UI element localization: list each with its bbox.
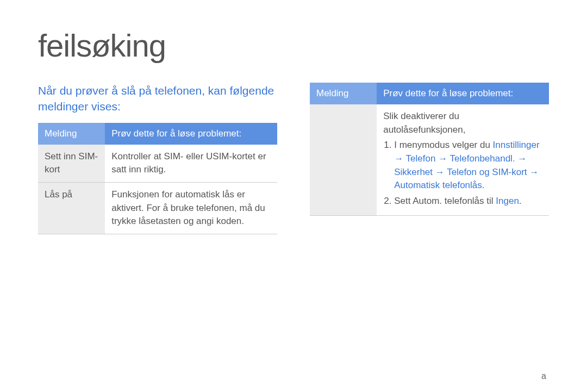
- left-column: Når du prøver å slå på telefonen, kan fø…: [38, 83, 277, 234]
- left-th-msg: Melding: [38, 123, 105, 145]
- list-item: I menymodus velger du Innstillinger → Te…: [394, 139, 542, 192]
- right-th-msg: Melding: [310, 83, 377, 104]
- columns-wrapper: Når du prøver å slå på telefonen, kan fø…: [38, 83, 549, 234]
- page-title: feilsøking: [38, 27, 549, 64]
- page-marker: a: [541, 371, 546, 381]
- step1-prefix: I menymodus velger du: [394, 140, 492, 150]
- left-th-sol: Prøv dette for å løse problemet:: [105, 123, 277, 145]
- table-row: Sett inn SIM-kort Kontroller at SIM- ell…: [38, 145, 277, 183]
- right-row-intro: Slik deaktiverer du autolåsefunksjonen,: [383, 111, 465, 135]
- step2-suffix: .: [519, 196, 522, 206]
- left-table: Melding Prøv dette for å løse problemet:…: [38, 123, 277, 234]
- right-row-msg: [310, 104, 377, 216]
- list-item: Sett Autom. telefonlås til Ingen.: [394, 195, 542, 208]
- right-column: Melding Prøv dette for å løse problemet:…: [310, 83, 549, 234]
- left-row1-sol: Funksjonen for automatisk lås er aktiver…: [105, 183, 277, 234]
- right-row-sol: Slik deaktiverer du autolåsefunksjonen, …: [377, 104, 549, 216]
- left-row1-msg: Lås på: [38, 183, 105, 234]
- step2-link: Ingen: [496, 196, 519, 206]
- table-row: Lås på Funksjonen for automatisk lås er …: [38, 183, 277, 234]
- step2-prefix: Sett Autom. telefonlås til: [394, 196, 496, 206]
- right-th-sol: Prøv dette for å løse problemet:: [377, 83, 549, 104]
- table-header-row: Melding Prøv dette for å løse problemet:: [38, 123, 277, 145]
- left-section-heading: Når du prøver å slå på telefonen, kan fø…: [38, 83, 277, 115]
- right-steps-list: I menymodus velger du Innstillinger → Te…: [383, 139, 542, 208]
- table-header-row: Melding Prøv dette for å løse problemet:: [310, 83, 549, 104]
- step1-suffix: .: [482, 180, 485, 190]
- left-row0-msg: Sett inn SIM-kort: [38, 145, 105, 183]
- left-row0-sol: Kontroller at SIM- eller USIM-kortet er …: [105, 145, 277, 183]
- table-row: Slik deaktiverer du autolåsefunksjonen, …: [310, 104, 549, 216]
- right-table: Melding Prøv dette for å løse problemet:…: [310, 83, 549, 216]
